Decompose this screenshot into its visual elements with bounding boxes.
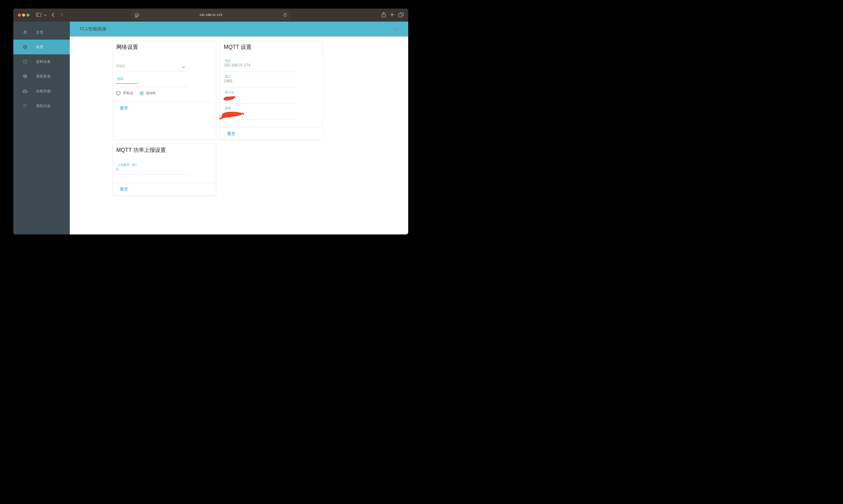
gear-icon — [22, 44, 28, 50]
mqtt-settings-card: MQTT 设置 地址 192.168.31.174 端口 1883 用户名 密码 — [219, 40, 323, 140]
traffic-light-fullscreen[interactable] — [26, 14, 30, 17]
info-icon — [22, 74, 28, 79]
radio-wifi[interactable] — [140, 91, 144, 95]
ssid-select[interactable] — [116, 64, 182, 69]
browser-window: 192.168.31.123 — [13, 8, 408, 234]
power-submit-button[interactable]: 提交 — [120, 187, 128, 192]
radio-wifi-label[interactable]: 连Wifi — [146, 91, 156, 95]
network-mode-radio-group: 开热点 连Wifi — [116, 91, 162, 95]
address-field[interactable]: 192.168.31.174 — [224, 63, 250, 67]
page-title: TC1智能插座 — [79, 26, 107, 32]
frequency-label: 上报频率（秒） — [117, 163, 139, 167]
alarm-icon — [22, 59, 28, 64]
input-underline — [224, 72, 294, 72]
sidebar-nav: 主页 设置 定时任务 — [13, 22, 70, 234]
home-icon — [22, 30, 28, 35]
sidebar-item-label: 主页 — [36, 30, 43, 35]
sidebar-item-settings[interactable]: 设置 — [13, 40, 70, 54]
dropdown-chevron-icon[interactable] — [182, 65, 185, 69]
password-label: 密码 — [117, 77, 123, 81]
username-label: 用户名 — [225, 90, 234, 95]
new-tab-button[interactable] — [390, 8, 394, 22]
sidebar-item-online-upgrade[interactable]: 在线升级 — [13, 84, 70, 98]
sidebar-item-home[interactable]: 主页 — [13, 25, 70, 40]
input-underline — [224, 88, 294, 88]
sidebar-panel-icon — [36, 13, 41, 18]
url-text[interactable]: 192.168.31.123 — [132, 13, 290, 17]
network-settings-card: 网络设置 密码 •••••••••••••• 开热点 连Wifi — [113, 40, 216, 140]
browser-toolbar: 192.168.31.123 — [13, 8, 408, 22]
app-page: 主页 设置 定时任务 — [13, 22, 408, 234]
forward-icon — [60, 13, 63, 18]
username-redaction-scribble — [222, 95, 236, 103]
sidebar-item-label: 系统状态 — [36, 74, 51, 78]
port-label: 端口 — [225, 74, 231, 79]
main-content: 网络设置 密码 •••••••••••••• 开热点 连Wifi — [70, 36, 408, 234]
frequency-field[interactable]: 5 — [116, 167, 119, 172]
share-icon — [381, 12, 386, 18]
forward-button[interactable] — [59, 8, 64, 22]
sidebar-item-label: 设置 — [36, 45, 43, 49]
radio-hotspot[interactable] — [116, 91, 121, 95]
desktop-background: 192.168.31.123 — [0, 0, 422, 252]
reload-icon[interactable] — [283, 13, 287, 18]
sidebar-toggle-button[interactable] — [36, 8, 41, 22]
sidebar-menu-button[interactable] — [43, 8, 47, 22]
tab-overview-icon — [398, 12, 404, 18]
app-header: TC1智能插座 文A — [70, 22, 408, 36]
card-divider — [219, 127, 322, 127]
card-divider — [113, 102, 216, 102]
mqtt-submit-button[interactable]: 提交 — [227, 131, 235, 136]
radio-hotspot-label[interactable]: 开热点 — [123, 91, 133, 95]
traffic-light-minimize[interactable] — [22, 14, 25, 17]
tab-overview-button[interactable] — [398, 8, 404, 22]
port-field[interactable]: 1883 — [224, 79, 232, 83]
sidebar-item-label: 在线升级 — [36, 89, 51, 93]
card-title: MQTT 功率上报设置 — [116, 146, 166, 154]
network-submit-button[interactable]: 提交 — [120, 106, 128, 111]
cloud-download-icon — [22, 89, 28, 94]
sidebar-item-scheduled-tasks[interactable]: 定时任务 — [13, 54, 70, 69]
back-button[interactable] — [51, 8, 55, 22]
toolbar-separator — [42, 13, 42, 18]
card-title: MQTT 设置 — [224, 43, 252, 51]
password-redaction-scribble — [219, 110, 245, 121]
input-underline — [116, 71, 187, 71]
mqtt-power-report-card: MQTT 功率上报设置 上报频率（秒） 5 提交 — [113, 143, 216, 196]
sidebar-item-label: 定时任务 — [36, 59, 51, 64]
card-title: 网络设置 — [116, 43, 138, 51]
plus-icon — [390, 13, 394, 18]
traffic-light-close[interactable] — [18, 14, 21, 17]
address-label: 地址 — [225, 59, 231, 63]
translate-icon[interactable]: 文A — [393, 27, 399, 31]
sidebar-item-label: 系统日志 — [36, 104, 51, 108]
chevron-down-icon — [44, 13, 47, 17]
logs-icon — [22, 103, 28, 108]
share-button[interactable] — [381, 8, 386, 22]
back-icon — [52, 13, 54, 18]
sidebar-item-system-logs[interactable]: 系统日志 — [13, 98, 70, 113]
address-bar[interactable]: 192.168.31.123 — [131, 11, 290, 19]
password-field[interactable]: •••••••••••••• — [116, 82, 138, 86]
sidebar-item-system-status[interactable]: 系统状态 — [13, 69, 70, 84]
